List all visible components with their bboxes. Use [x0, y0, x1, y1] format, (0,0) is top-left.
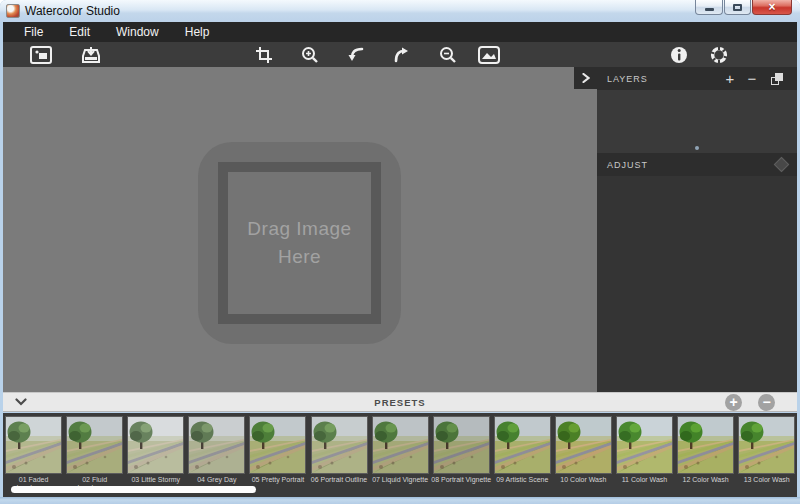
preset-label: 08 Portrait Vignette: [431, 476, 491, 484]
preset-thumbnail[interactable]: 04 Grey Day: [186, 413, 247, 497]
presets-scrollbar[interactable]: [11, 486, 256, 493]
minimize-button[interactable]: [695, 0, 723, 15]
presets-strip: 01 Faded Landscape 02: [3, 413, 797, 497]
watercolor-landscape-thumbnail: [617, 417, 672, 473]
info-icon: [670, 46, 688, 64]
preset-thumbnail-image: [494, 416, 551, 474]
export-image-button[interactable]: [79, 43, 103, 66]
undo-button[interactable]: [344, 43, 368, 66]
preset-label: 07 Liquid Vignette: [370, 476, 430, 484]
splitter-handle-dot: [695, 146, 699, 150]
remove-layer-button[interactable]: −: [741, 71, 763, 86]
window-title: Watercolor Studio: [25, 4, 120, 18]
preset-thumbnail[interactable]: 10 Color Wash: [553, 413, 614, 497]
chevron-down-icon: [15, 398, 27, 406]
layers-list[interactable]: [597, 90, 797, 142]
redo-button[interactable]: [390, 43, 414, 66]
preset-thumbnail[interactable]: 01 Faded Landscape: [3, 413, 64, 497]
toolbar: [3, 42, 797, 67]
drop-zone[interactable]: Drag Image Here: [198, 142, 401, 344]
layers-header: LAYERS + −: [597, 67, 797, 90]
watercolor-landscape-thumbnail: [67, 417, 122, 473]
preset-thumbnail-image: [677, 416, 734, 474]
drop-zone-frame: Drag Image Here: [218, 162, 381, 324]
preset-label: 05 Pretty Portrait: [248, 476, 308, 484]
adjust-title: ADJUST: [607, 160, 648, 170]
watercolor-landscape-thumbnail: [556, 417, 611, 473]
watercolor-landscape-thumbnail: [312, 417, 367, 473]
duplicate-layer-button[interactable]: [771, 73, 783, 85]
watercolor-landscape-thumbnail: [495, 417, 550, 473]
zoom-out-button[interactable]: [436, 43, 460, 66]
close-icon: ×: [768, 1, 775, 13]
close-button[interactable]: ×: [752, 0, 792, 15]
preset-thumbnail[interactable]: 11 Color Wash: [614, 413, 675, 497]
preset-thumbnail[interactable]: 02 Fluid Landscape: [64, 413, 125, 497]
panel-splitter[interactable]: [597, 142, 797, 153]
presets-collapse-button[interactable]: [15, 398, 27, 406]
app-icon: [6, 4, 20, 18]
preset-thumbnail-image: [738, 416, 795, 474]
preset-label: 10 Color Wash: [553, 476, 613, 484]
preset-thumbnail[interactable]: 03 Little Stormy: [125, 413, 186, 497]
zoom-out-icon: [439, 46, 457, 64]
maximize-icon: [733, 4, 742, 11]
title-bar[interactable]: Watercolor Studio ×: [0, 0, 800, 22]
preset-thumbnail[interactable]: 07 Liquid Vignette: [370, 413, 431, 497]
window-border-left: [0, 22, 3, 497]
drop-zone-text: Drag Image Here: [240, 215, 360, 270]
preset-thumbnail[interactable]: 12 Color Wash: [675, 413, 736, 497]
preset-label: 03 Little Stormy: [126, 476, 186, 484]
preset-size-controls: + −: [725, 394, 775, 411]
open-image-button[interactable]: [29, 43, 53, 66]
preset-thumbnail[interactable]: 05 Pretty Portrait: [247, 413, 308, 497]
settings-button[interactable]: [707, 43, 731, 66]
preset-thumbnail[interactable]: 09 Artistic Scene: [492, 413, 553, 497]
preset-zoom-in-button[interactable]: +: [725, 394, 742, 411]
menu-edit[interactable]: Edit: [56, 23, 103, 41]
preset-thumbnail-image: [372, 416, 429, 474]
panel-collapse-button[interactable]: [574, 67, 597, 89]
adjust-panel-body: [597, 176, 797, 392]
crop-icon: [255, 46, 273, 64]
preset-thumbnail-image: [555, 416, 612, 474]
fit-image-button[interactable]: [477, 43, 501, 66]
preset-thumbnail[interactable]: 08 Portrait Vignette: [431, 413, 492, 497]
menu-bar: File Edit Window Help: [3, 22, 797, 42]
watercolor-landscape-thumbnail: [189, 417, 244, 473]
menu-help[interactable]: Help: [172, 23, 223, 41]
preset-thumbnail-image: [433, 416, 490, 474]
canvas-area: Drag Image Here: [3, 67, 597, 392]
preset-thumbnail[interactable]: 13 Color Wash: [736, 413, 797, 497]
maximize-button[interactable]: [724, 0, 751, 15]
preset-zoom-out-button[interactable]: −: [758, 394, 775, 411]
watercolor-landscape-thumbnail: [6, 417, 61, 473]
layers-actions: + −: [719, 71, 787, 86]
redo-icon: [393, 46, 411, 64]
preset-thumbnail-image: [188, 416, 245, 474]
watercolor-landscape-thumbnail: [434, 417, 489, 473]
chevron-right-icon: [582, 73, 590, 83]
drop-zone-inner: Drag Image Here: [228, 172, 371, 314]
preset-thumbnail[interactable]: 06 Portrait Outline: [308, 413, 369, 497]
watercolor-landscape-thumbnail: [250, 417, 305, 473]
app-window: Watercolor Studio × File Edit Window Hel…: [0, 0, 800, 504]
gear-icon: [710, 46, 728, 64]
minimize-icon: [705, 8, 714, 11]
crop-button[interactable]: [252, 43, 276, 66]
preset-label: 12 Color Wash: [676, 476, 736, 484]
preset-thumbnail-image: [127, 416, 184, 474]
info-button[interactable]: [667, 43, 691, 66]
export-icon: [80, 46, 102, 64]
menu-file[interactable]: File: [11, 23, 56, 41]
zoom-in-button[interactable]: [298, 43, 322, 66]
fit-image-icon: [478, 46, 500, 64]
add-layer-button[interactable]: +: [719, 71, 741, 86]
zoom-in-icon: [301, 46, 319, 64]
preset-thumbnail-image: [616, 416, 673, 474]
preset-label: 06 Portrait Outline: [309, 476, 369, 484]
layers-title: LAYERS: [607, 74, 648, 84]
adjust-reset-icon[interactable]: [774, 157, 790, 173]
presets-bar: PRESETS + −: [3, 392, 797, 412]
menu-window[interactable]: Window: [103, 23, 172, 41]
